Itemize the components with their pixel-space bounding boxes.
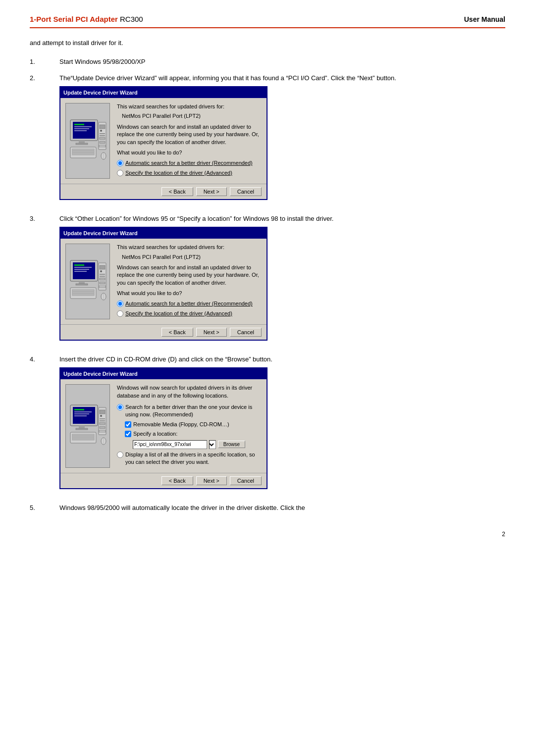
step-2-number: 2. [30, 73, 59, 207]
wizard-1-option1-label: Automatic search for a better driver (Re… [125, 159, 253, 167]
svg-rect-57 [100, 418, 105, 419]
svg-rect-4 [74, 128, 89, 129]
model-number: RC300 [120, 15, 143, 23]
step-1: 1. Start Windows 95/98/2000/XP [30, 57, 505, 67]
wizard-3-path-dropdown[interactable]: ▼ [209, 440, 216, 449]
wizard-1-back-button[interactable]: < Back [161, 187, 193, 196]
step-5-content: Windows 98/95/2000 will automatically lo… [59, 503, 505, 516]
wizard-3-checkbox2-row[interactable]: Specify a location: [125, 430, 262, 438]
svg-rect-28 [74, 271, 87, 272]
svg-rect-37 [100, 282, 105, 284]
step-4-content: Insert the driver CD in CD-ROM drive (D)… [59, 354, 505, 496]
wizard-3-checkbox2-label: Specify a location: [133, 430, 177, 438]
step-3-text: Click “Other Location” for Windows 95 or… [59, 214, 505, 224]
intro-text: and attempt to install driver for it. [30, 38, 505, 48]
wizard-3-back-button[interactable]: < Back [161, 476, 193, 485]
wizard-3-footer: < Back Next > Cancel [60, 473, 267, 488]
wizard-2-radio1[interactable] [117, 301, 123, 307]
wizard-3-checkbox2[interactable] [125, 431, 131, 437]
product-name: 1-Port Serial PCI Adapter [30, 15, 118, 23]
wizard-1-image [65, 103, 110, 179]
wizard-3-title: Update Device Driver Wizard [63, 370, 138, 378]
svg-rect-15 [99, 145, 106, 147]
svg-rect-9 [100, 125, 105, 129]
wizard-3-radio2[interactable] [117, 452, 123, 458]
step-5-text: Windows 98/95/2000 will automatically lo… [59, 503, 505, 513]
page-number-value: 2 [502, 531, 505, 538]
wizard-1-body: This wizard searches for updated drivers… [60, 98, 267, 184]
svg-rect-2 [74, 124, 84, 125]
step-3: 3. Click “Other Location” for Windows 95… [30, 214, 505, 348]
wizard-2-option2[interactable]: Specify the location of the driver (Adva… [117, 310, 262, 317]
wizard-2-option1[interactable]: Automatic search for a better driver (Re… [117, 300, 262, 307]
wizard-2-image [65, 244, 110, 319]
wizard-1-device-name: NetMos PCI Parallel Port (LPT2) [122, 112, 262, 120]
wizard-1-radio1[interactable] [117, 160, 123, 166]
wizard-3-next-button[interactable]: Next > [196, 476, 227, 485]
svg-rect-58 [100, 420, 105, 421]
wizard-3-option-radio2-label: Display a list of all the drivers in a s… [125, 451, 262, 466]
wizard-2-question: What would you like to do? [117, 290, 262, 297]
step-5-number: 5. [30, 503, 59, 516]
wizard-3-path-input[interactable] [133, 440, 207, 449]
svg-rect-59 [100, 422, 105, 425]
wizard-3-radio-option[interactable]: Search for a better driver than the one … [117, 403, 262, 419]
wizard-3-option-radio-label: Search for a better driver than the one … [125, 403, 262, 419]
wizard-1-search-text: This wizard searches for updated drivers… [117, 103, 262, 110]
svg-point-56 [100, 415, 102, 417]
step-4: 4. Insert the driver CD in CD-ROM drive … [30, 354, 505, 496]
wizard-2-search-text: This wizard searches for updated drivers… [117, 244, 262, 251]
wizard-3-checkbox1[interactable] [125, 421, 131, 428]
svg-rect-49 [74, 411, 92, 412]
svg-rect-26 [74, 267, 92, 268]
svg-rect-27 [74, 269, 89, 270]
wizard-3-checkbox1-label: Removable Media (Floppy, CD-ROM…) [133, 421, 229, 428]
wizard-1-radio2[interactable] [117, 170, 123, 176]
wizard-1-option2[interactable]: Specify the location of the driver (Adva… [117, 169, 262, 177]
wizard-1-option2-label: Specify the location of the driver (Adva… [125, 169, 232, 177]
wizard-3-checkboxes: Removable Media (Floppy, CD-ROM…) Specif… [125, 421, 262, 449]
svg-rect-36 [100, 278, 105, 280]
wizard-1-cancel-button[interactable]: Cancel [230, 187, 262, 196]
svg-rect-5 [74, 130, 87, 131]
page-number: 2 [30, 531, 505, 538]
svg-rect-13 [100, 137, 105, 140]
svg-rect-53 [76, 428, 88, 430]
wizard-2-option1-label: Automatic search for a better driver (Re… [125, 300, 253, 307]
svg-rect-12 [100, 135, 105, 136]
wizard-2-option2-label: Specify the location of the driver (Adva… [125, 310, 232, 317]
svg-rect-25 [74, 264, 84, 266]
svg-rect-52 [79, 426, 85, 428]
wizard-dialog-2: Update Device Driver Wizard [59, 227, 268, 341]
wizard-3-text-area: Windows will now search for updated driv… [117, 384, 262, 468]
wizard-1-description: Windows can search for and install an up… [117, 123, 262, 146]
wizard-3-image [65, 384, 110, 468]
wizard-2-description: Windows can search for and install an up… [117, 264, 262, 287]
wizard-3-radio1[interactable] [117, 404, 123, 410]
wizard-1-footer: < Back Next > Cancel [60, 184, 267, 199]
step-1-content: Start Windows 95/98/2000/XP [59, 57, 505, 67]
manual-title: User Manual [464, 15, 505, 23]
wizard-3-cancel-button[interactable]: Cancel [230, 476, 262, 485]
wizard-3-path-row: ▼ Browse [133, 440, 262, 449]
wizard-2-titlebar: Update Device Driver Wizard [60, 228, 267, 239]
wizard-1-title: Update Device Driver Wizard [63, 89, 138, 97]
wizard-2-back-button[interactable]: < Back [161, 328, 193, 337]
wizard-2-radio2[interactable] [117, 310, 123, 317]
wizard-2-next-button[interactable]: Next > [196, 328, 227, 337]
wizard-3-browse-button[interactable]: Browse [218, 441, 245, 448]
wizard-1-next-button[interactable]: Next > [196, 187, 227, 196]
wizard-2-text-area: This wizard searches for updated drivers… [117, 244, 262, 319]
svg-rect-51 [74, 415, 87, 416]
svg-rect-60 [100, 426, 105, 429]
svg-rect-6 [79, 141, 85, 143]
svg-rect-50 [74, 413, 89, 414]
svg-rect-14 [100, 141, 105, 144]
wizard-2-cancel-button[interactable]: Cancel [230, 328, 262, 337]
svg-point-10 [100, 130, 102, 132]
wizard-3-checkbox1-row[interactable]: Removable Media (Floppy, CD-ROM…) [125, 421, 262, 428]
wizard-3-radio-option2[interactable]: Display a list of all the drivers in a s… [117, 451, 262, 466]
wizard-3-description1: Windows will now search for updated driv… [117, 384, 262, 400]
wizard-1-option1[interactable]: Automatic search for a better driver (Re… [117, 159, 262, 167]
svg-rect-55 [100, 410, 105, 414]
